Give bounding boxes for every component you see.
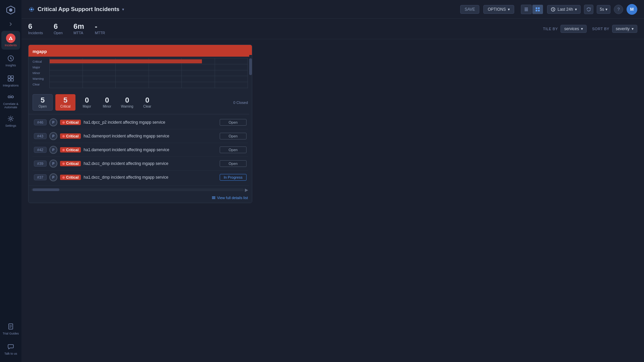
incident-row[interactable]: #46 P Critical ha1.dpcc_p2 incident affe… <box>33 116 248 129</box>
sidebar-incidents-label: Incidents <box>5 44 17 47</box>
sidebar-expand-button[interactable] <box>7 20 15 28</box>
severity-badge-critical: Critical <box>60 147 81 153</box>
mtta-value: 6m <box>73 23 84 30</box>
svg-point-5 <box>10 58 11 59</box>
view-full-details-link[interactable]: View full details list <box>212 196 248 200</box>
clear-count-badge[interactable]: 0 Clear <box>137 95 157 110</box>
stat-mtta: 6m MTTA <box>73 23 84 35</box>
sidebar-correlate-label: Correlate &Automate <box>3 103 18 109</box>
refresh-interval-selector[interactable]: 5s ▾ <box>597 5 610 14</box>
tile-footer: View full details list <box>29 194 252 203</box>
severity-badge-critical: Critical <box>60 120 81 125</box>
refresh-button[interactable] <box>584 5 593 14</box>
tile-by-chevron: ▾ <box>581 26 583 31</box>
app-logo[interactable] <box>5 4 17 16</box>
svg-point-17 <box>33 9 34 10</box>
major-count-badge[interactable]: 0 Major <box>77 95 97 110</box>
interval-chevron: ▾ <box>605 7 607 12</box>
horizontal-scrollbar[interactable] <box>31 188 244 191</box>
sidebar-insights-label: Insights <box>5 64 16 67</box>
settings-icon <box>6 114 15 123</box>
sidebar-settings-label: Settings <box>5 124 16 128</box>
open-count-badge[interactable]: 5 Open <box>33 94 53 111</box>
topbar-title-area: Critical App Support Incidents ▾ <box>28 6 456 13</box>
tile-by-dropdown[interactable]: services ▾ <box>560 25 587 33</box>
incident-title: ha1.dpcc_p2 incident affecting mgapp ser… <box>84 120 217 125</box>
closed-label: 0 Closed <box>233 101 248 105</box>
svg-rect-23 <box>536 10 537 11</box>
scroll-right-button[interactable]: ▶ <box>244 187 249 192</box>
critical-num: 5 <box>63 97 67 104</box>
sidebar-item-integrations[interactable]: Integrations <box>1 71 20 90</box>
help-button[interactable]: ? <box>614 5 623 14</box>
title-icon <box>28 6 35 13</box>
stat-incidents: 6 Incidents <box>28 23 43 35</box>
sidebar-item-correlate[interactable]: Correlate &Automate <box>1 91 20 110</box>
minor-num: 0 <box>105 97 109 104</box>
incident-row[interactable]: #42 P Critical ha1.damenport incident af… <box>33 143 248 157</box>
save-button[interactable]: SAVE <box>460 5 479 14</box>
trial-guides-icon <box>6 322 15 331</box>
sidebar-item-talk[interactable]: Talk to us <box>1 339 20 358</box>
severity-badge-critical: Critical <box>60 133 81 139</box>
sidebar-bottom: Trial Guides Talk to us <box>1 319 20 358</box>
incident-row[interactable]: #37 P Critical ha1.dxcc_dmp incident aff… <box>33 171 248 184</box>
open-num: 5 <box>41 97 45 104</box>
sidebar-talk-label: Talk to us <box>4 352 17 356</box>
stat-open: 6 Open <box>54 23 63 35</box>
status-badge: Open <box>220 160 247 167</box>
incident-row[interactable]: #43 P Critical ha2.damenport incident af… <box>33 129 248 143</box>
avatar[interactable]: M <box>627 4 637 15</box>
severity-label: Critical <box>66 162 78 166</box>
options-button[interactable]: OPTIONS ▾ <box>483 5 514 14</box>
chart-label-warning: Warning <box>33 76 49 82</box>
svg-rect-2 <box>10 38 11 39</box>
major-name: Major <box>83 105 91 108</box>
open-name: Open <box>39 105 47 108</box>
status-badge: Open <box>220 133 247 139</box>
sidebar-item-incidents[interactable]: Incidents <box>1 31 20 50</box>
incident-id: #37 <box>34 174 47 180</box>
tile-by-group: TILE BY services ▾ <box>543 25 587 33</box>
svg-rect-6 <box>8 76 10 78</box>
status-badge-inprogress: In Progress <box>220 174 247 181</box>
title-chevron-icon[interactable]: ▾ <box>122 7 124 12</box>
svg-rect-20 <box>525 10 528 11</box>
severity-label: Critical <box>66 120 78 124</box>
incident-id: #42 <box>34 147 47 153</box>
svg-point-10 <box>8 96 10 98</box>
svg-point-12 <box>10 118 12 120</box>
time-range-selector[interactable]: Last 24h ▾ <box>547 5 581 14</box>
severity-label: Critical <box>66 175 78 179</box>
svg-rect-7 <box>11 76 13 78</box>
sidebar-item-settings[interactable]: Settings <box>1 111 20 130</box>
main-content: Critical App Support Incidents ▾ SAVE OP… <box>21 0 644 362</box>
warning-count-badge[interactable]: 0 Warning <box>117 95 137 110</box>
minor-count-badge[interactable]: 0 Minor <box>97 95 117 110</box>
vertical-scrollbar[interactable] <box>249 55 252 203</box>
incident-row[interactable]: #39 P Critical ha2.dxcc_dmp incident aff… <box>33 157 248 171</box>
critical-count-badge[interactable]: 5 Critical <box>55 94 75 111</box>
svg-point-3 <box>10 39 11 40</box>
svg-point-16 <box>29 9 30 10</box>
sidebar-trial-guides-label: Trial Guides <box>3 332 19 336</box>
svg-rect-19 <box>525 9 528 10</box>
topbar: Critical App Support Incidents ▾ SAVE OP… <box>21 0 644 19</box>
sort-by-dropdown[interactable]: severity ▾ <box>612 25 637 33</box>
incidents-count: 6 <box>28 23 32 30</box>
clear-name: Clear <box>143 105 151 108</box>
tile-card-header: mgapp <box>29 46 252 57</box>
priority-badge: P <box>49 132 57 140</box>
chart-label-clear: Clear <box>33 82 49 87</box>
svg-rect-27 <box>212 197 215 198</box>
grid-view-button[interactable] <box>532 5 543 14</box>
critical-dot-icon <box>62 135 65 137</box>
severity-counts: 5 Open 5 Critical 0 Major 0 Minor 0 Wa <box>29 91 252 114</box>
incident-id: #39 <box>34 161 47 167</box>
sidebar-item-trial-guides[interactable]: Trial Guides <box>1 319 20 338</box>
list-view-button[interactable] <box>521 5 532 14</box>
incident-title: ha2.dxcc_dmp incident affecting mgapp se… <box>84 161 217 166</box>
options-chevron-icon: ▾ <box>508 7 510 12</box>
sidebar-item-insights[interactable]: Insights <box>1 51 20 70</box>
incident-id: #46 <box>34 119 47 125</box>
